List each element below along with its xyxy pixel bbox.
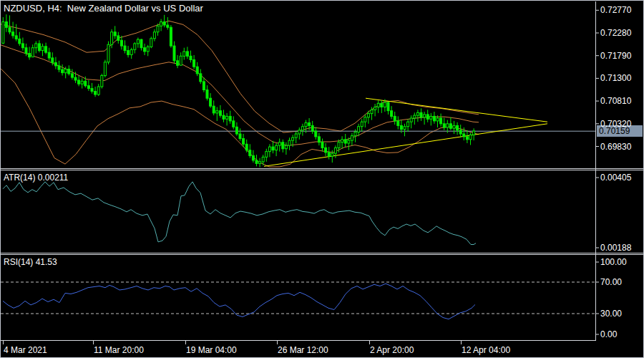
candle (410, 115, 412, 128)
candle (71, 69, 73, 80)
main-price-pane[interactable] (1, 14, 595, 168)
candle (473, 128, 475, 140)
candle (9, 15, 11, 34)
rsi-axis-label: 0.00 (600, 330, 617, 339)
candle (311, 121, 313, 134)
price-axis-label: 0.72770 (600, 6, 631, 14)
chart-canvas[interactable] (1, 1, 644, 358)
candle (42, 44, 44, 56)
time-axis-label: 11 Mar 20:00 (94, 346, 144, 354)
candle (219, 105, 221, 118)
candle (459, 125, 462, 137)
candle (68, 65, 70, 75)
candle (295, 132, 297, 143)
candle (298, 127, 301, 140)
candle (252, 150, 254, 163)
atr-axis-label: 0.00405 (600, 173, 631, 182)
candle (239, 128, 241, 140)
candle (12, 22, 14, 39)
candle (235, 122, 238, 136)
candle (249, 144, 251, 158)
candle (183, 48, 185, 60)
candle (364, 115, 366, 127)
candle (35, 42, 37, 54)
candle (341, 136, 343, 148)
candle (426, 110, 429, 122)
candle (101, 74, 103, 89)
candle (62, 64, 64, 76)
rsi-indicator-label: RSI(14) 41.53 (4, 258, 57, 266)
candle (285, 142, 287, 155)
candle (394, 112, 396, 125)
candle (127, 46, 130, 57)
candle (315, 127, 317, 140)
price-axis-label: 0.71790 (600, 52, 631, 60)
candle (436, 115, 439, 127)
candle (226, 113, 228, 126)
candle (107, 42, 109, 64)
candle (167, 17, 169, 30)
candle (193, 55, 195, 69)
candle (45, 43, 47, 54)
candle (334, 145, 336, 158)
price-axis-label: 0.69830 (600, 142, 631, 151)
candle (374, 104, 376, 116)
price-axis-label: 0.70810 (600, 97, 631, 105)
candle (19, 32, 21, 46)
candle (328, 147, 330, 160)
candle (157, 24, 159, 36)
price-axis-label: 0.70320 (600, 120, 631, 128)
candle (377, 100, 379, 113)
candle (114, 26, 116, 39)
candle (243, 134, 245, 147)
candle (213, 100, 215, 115)
candle (94, 87, 97, 97)
candle (124, 40, 126, 53)
trendline-lower[interactable] (264, 124, 547, 167)
candle (443, 117, 445, 130)
candle (457, 122, 459, 135)
candle (117, 32, 119, 44)
candle (397, 116, 399, 129)
candle (420, 108, 422, 121)
time-axis-label: 26 Mar 12:00 (278, 346, 328, 354)
atr-indicator-label: ATR(14) 0.00211 (4, 173, 68, 182)
atr-axis-label: 0.00188 (600, 243, 631, 252)
candle (200, 69, 202, 84)
candle (177, 55, 179, 68)
atr-line (3, 182, 476, 245)
candle (348, 137, 350, 150)
candle (210, 93, 212, 108)
candle (97, 84, 99, 96)
candle (186, 47, 188, 59)
candle (282, 140, 284, 153)
candle (416, 110, 419, 122)
rsi-axis-label: 30.00 (600, 309, 622, 318)
candle (321, 139, 323, 152)
candle (31, 44, 34, 57)
candle (358, 124, 360, 137)
rsi-pane[interactable] (1, 282, 595, 319)
candle (469, 133, 472, 145)
chart-title: NZDUSD, H4: New Zealand Dollar vs US Dol… (4, 4, 203, 13)
candle (203, 77, 205, 92)
candle (190, 51, 192, 63)
candle (150, 37, 152, 48)
candle (196, 62, 198, 76)
candle (153, 29, 155, 42)
candle (216, 107, 218, 121)
candle (206, 85, 208, 100)
candle (440, 114, 442, 127)
price-axis-label: 0.71300 (600, 74, 631, 82)
candle (91, 83, 93, 94)
candle (2, 17, 4, 44)
candle (223, 110, 225, 122)
rsi-axis-label: 70.00 (600, 278, 622, 286)
time-axis-label: 4 Mar 2021 (4, 346, 47, 354)
atr-pane[interactable] (3, 182, 476, 245)
candle (272, 141, 274, 154)
candle (449, 117, 452, 130)
candle (268, 144, 270, 157)
candle (265, 149, 268, 162)
candle (180, 52, 182, 65)
